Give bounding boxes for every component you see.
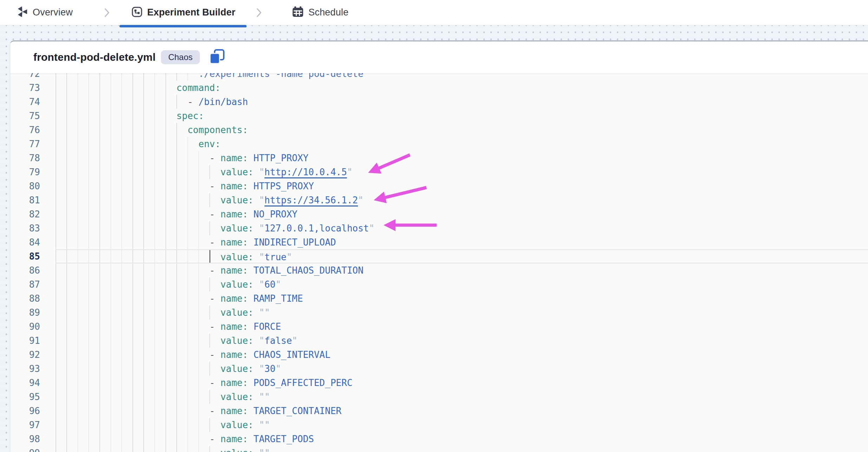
code-line-85[interactable]: 85value: "true" (10, 249, 868, 263)
line-number[interactable]: 73 (10, 81, 40, 95)
token-val: RAMP_TIME (254, 293, 303, 304)
code-line-76[interactable]: 76components: (10, 123, 868, 137)
line-number[interactable]: 98 (10, 432, 40, 446)
line-content[interactable]: - name: FORCE (56, 320, 868, 334)
code-line-73[interactable]: 73command: (10, 81, 868, 95)
code-line-91[interactable]: 91value: "false" (10, 334, 868, 348)
line-content[interactable]: - name: TARGET_PODS (56, 432, 868, 446)
tab-overview[interactable]: Overview (16, 0, 73, 25)
line-number[interactable]: 87 (10, 277, 40, 291)
code-line-81[interactable]: 81value: "https://34.56.1.2" (10, 193, 868, 207)
code-line-84[interactable]: 84- name: INDIRECT_UPLOAD (10, 235, 868, 249)
code-line-88[interactable]: 88- name: RAMP_TIME (10, 291, 868, 306)
line-number[interactable]: 89 (10, 306, 40, 320)
line-content[interactable]: value: "" (56, 390, 868, 404)
line-content[interactable]: - name: TOTAL_CHAOS_DURATION (56, 263, 868, 277)
line-content[interactable]: value: "false" (56, 334, 868, 348)
line-number[interactable]: 85 (10, 249, 40, 263)
indent-guide (143, 95, 144, 109)
line-content[interactable]: value: "true" (56, 249, 868, 263)
line-number[interactable]: 91 (10, 334, 40, 348)
indent-guide (99, 109, 100, 123)
line-content[interactable]: env: (56, 137, 868, 151)
code-line-83[interactable]: 83value: "127.0.0.1,localhost" (10, 221, 868, 235)
line-content[interactable]: - name: PODS_AFFECTED_PERC (56, 376, 868, 390)
line-number[interactable]: 80 (10, 179, 40, 193)
line-content[interactable]: - name: NO_PROXY (56, 207, 868, 221)
code-line-98[interactable]: 98- name: TARGET_PODS (10, 432, 868, 446)
line-number[interactable]: 93 (10, 362, 40, 376)
line-number[interactable]: 74 (10, 95, 40, 109)
code-line-82[interactable]: 82- name: NO_PROXY (10, 207, 868, 221)
code-line-95[interactable]: 95value: "" (10, 390, 868, 404)
token-dash: - (209, 153, 220, 163)
line-content[interactable]: - name: TARGET_CONTAINER (56, 404, 868, 418)
line-number[interactable]: 75 (10, 109, 40, 123)
code-line-86[interactable]: 86- name: TOTAL_CHAOS_DURATION (10, 263, 868, 277)
line-number[interactable]: 78 (10, 151, 40, 165)
code-line-72[interactable]: 72./experiments -name pod-delete (10, 73, 868, 81)
line-number[interactable]: 83 (10, 221, 40, 235)
line-content[interactable]: - name: CHAOS_INTERVAL (56, 348, 868, 362)
line-content[interactable]: - name: INDIRECT_UPLOAD (56, 235, 868, 249)
code-line-90[interactable]: 90- name: FORCE (10, 320, 868, 334)
code-line-99[interactable]: 99value: "" (10, 446, 868, 452)
line-number[interactable]: 94 (10, 376, 40, 390)
token-quote: " (259, 363, 265, 374)
indent-guide (78, 221, 78, 235)
line-number[interactable]: 81 (10, 193, 40, 207)
code-line-77[interactable]: 77env: (10, 137, 868, 151)
code-line-89[interactable]: 89value: "" (10, 306, 868, 320)
line-number[interactable]: 95 (10, 390, 40, 404)
line-number[interactable]: 76 (10, 123, 40, 137)
line-content[interactable]: spec: (56, 109, 868, 123)
line-content[interactable]: value: "http://10.0.4.5" (56, 165, 868, 179)
line-content[interactable]: - name: HTTP_PROXY (56, 151, 868, 165)
line-number[interactable]: 99 (10, 446, 40, 452)
tab-experiment-builder[interactable]: Experiment Builder (131, 0, 235, 25)
line-number[interactable]: 86 (10, 263, 40, 277)
line-content[interactable]: value: "127.0.0.1,localhost" (56, 221, 868, 235)
code-line-78[interactable]: 78- name: HTTP_PROXY (10, 151, 868, 165)
line-number[interactable]: 77 (10, 137, 40, 151)
copy-button[interactable] (209, 49, 225, 65)
line-number[interactable]: 79 (10, 165, 40, 179)
code-line-92[interactable]: 92- name: CHAOS_INTERVAL (10, 348, 868, 362)
indent-guide (66, 151, 67, 165)
line-content[interactable]: command: (56, 81, 868, 95)
code-line-74[interactable]: 74- /bin/bash (10, 95, 868, 109)
line-number[interactable]: 97 (10, 418, 40, 432)
line-number[interactable]: 82 (10, 207, 40, 221)
indent-guide (155, 390, 155, 404)
code-line-80[interactable]: 80- name: HTTPS_PROXY (10, 179, 868, 193)
line-content[interactable]: value: "https://34.56.1.2" (56, 193, 868, 207)
code-line-93[interactable]: 93value: "30" (10, 362, 868, 376)
line-content[interactable]: ./experiments -name pod-delete (56, 73, 868, 81)
line-content[interactable]: value: "60" (56, 277, 868, 291)
code-line-94[interactable]: 94- name: PODS_AFFECTED_PERC (10, 376, 868, 390)
line-number[interactable]: 88 (10, 291, 40, 306)
line-number[interactable]: 84 (10, 235, 40, 249)
line-number[interactable]: 92 (10, 348, 40, 362)
line-content[interactable]: - name: RAMP_TIME (56, 291, 868, 306)
tab-schedule[interactable]: Schedule (292, 0, 348, 25)
line-content[interactable]: value: "" (56, 418, 868, 432)
code-line-97[interactable]: 97value: "" (10, 418, 868, 432)
code-line-75[interactable]: 75spec: (10, 109, 868, 123)
line-number[interactable]: 72 (10, 73, 40, 81)
token-val: NO_PROXY (254, 209, 298, 220)
yaml-editor[interactable]: 72./experiments -name pod-delete73comman… (10, 73, 868, 452)
code-line-96[interactable]: 96- name: TARGET_CONTAINER (10, 404, 868, 418)
line-content[interactable]: value: "" (56, 306, 868, 320)
line-content[interactable]: components: (56, 123, 868, 137)
code-line-79[interactable]: 79value: "http://10.0.4.5" (10, 165, 868, 179)
indent-guide (56, 179, 56, 193)
line-content[interactable]: value: "" (56, 446, 868, 452)
code-line-87[interactable]: 87value: "60" (10, 277, 868, 291)
line-content[interactable]: - /bin/bash (56, 95, 868, 109)
line-number[interactable]: 96 (10, 404, 40, 418)
line-content[interactable]: - name: HTTPS_PROXY (56, 179, 868, 193)
line-number[interactable]: 90 (10, 320, 40, 334)
line-content[interactable]: value: "30" (56, 362, 868, 376)
indent-guide (155, 277, 155, 291)
